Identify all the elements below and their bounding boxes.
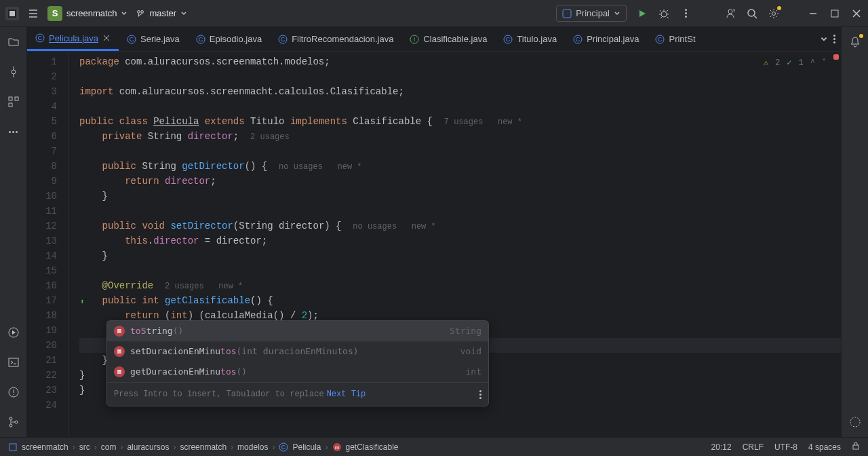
minimize-button[interactable] <box>807 7 819 20</box>
next-tip-link[interactable]: Next Tip <box>327 387 366 402</box>
svg-rect-11 <box>9 103 12 107</box>
tab-label: Episodio.java <box>210 34 262 44</box>
branch-name: master <box>149 8 176 18</box>
svg-point-8 <box>12 70 16 74</box>
project-badge: S <box>47 6 62 21</box>
completion-item[interactable]: m setDuracionEnMinutos(int duracionEnMin… <box>107 341 488 362</box>
tab-more-icon[interactable] <box>833 35 835 43</box>
chevron-down-icon[interactable] <box>820 35 828 43</box>
run-tool-icon[interactable] <box>7 326 20 339</box>
inspections-widget[interactable]: ⚠2 ✓1 ^˅ <box>764 56 826 71</box>
class-icon: C <box>196 35 205 44</box>
svg-text:C: C <box>576 36 580 43</box>
svg-text:C: C <box>281 36 285 43</box>
settings-icon[interactable] <box>768 7 780 20</box>
branch-icon <box>136 9 145 18</box>
svg-text:C: C <box>38 35 43 41</box>
editor-tabs: C Pelicula.java CSerie.java CEpisodio.ja… <box>27 27 841 52</box>
close-icon[interactable] <box>102 34 111 42</box>
tab-pelicula[interactable]: C Pelicula.java <box>27 27 119 51</box>
completion-popup: m toString() String m setDuracionEnMinut… <box>106 320 489 406</box>
ai-assistant-icon[interactable] <box>848 415 862 429</box>
close-button[interactable] <box>850 7 863 20</box>
cursor-position[interactable]: 20:12 <box>711 442 732 452</box>
tab-label: Principal.java <box>587 34 639 44</box>
project-tool-icon[interactable] <box>7 35 20 49</box>
svg-point-17 <box>15 421 18 423</box>
tab-episodio[interactable]: CEpisodio.java <box>188 27 270 51</box>
more-actions-button[interactable] <box>679 7 692 20</box>
code-editor[interactable]: ⚠2 ✓1 ^˅ package com.aluracursos.screenm… <box>68 52 841 437</box>
structure-tool-icon[interactable] <box>7 95 20 109</box>
tab-filtro[interactable]: CFiltroRecomendacion.java <box>270 27 401 51</box>
tab-label: FiltroRecomendacion.java <box>292 34 393 44</box>
completion-item[interactable]: m toString() String <box>107 321 488 341</box>
module-icon <box>8 442 18 452</box>
tab-label: Pelicula.java <box>49 33 98 43</box>
svg-text:C: C <box>506 36 511 43</box>
svg-rect-9 <box>9 97 12 100</box>
maximize-button[interactable] <box>829 7 841 20</box>
search-icon[interactable] <box>746 7 758 20</box>
class-icon: C <box>573 35 583 44</box>
right-sidebar <box>841 27 868 437</box>
svg-rect-40 <box>853 445 859 449</box>
left-sidebar <box>0 27 27 437</box>
class-icon: C <box>655 35 665 44</box>
chevron-down-icon <box>614 10 620 17</box>
indent[interactable]: 4 spaces <box>808 442 841 452</box>
svg-point-5 <box>748 10 755 16</box>
svg-text:I: I <box>414 36 416 43</box>
tab-label: Titulo.java <box>517 34 557 44</box>
project-name: screenmatch <box>66 8 117 18</box>
method-icon: m <box>114 346 125 357</box>
terminal-tool-icon[interactable] <box>7 356 20 369</box>
run-button[interactable] <box>636 7 648 20</box>
svg-rect-1 <box>9 11 15 16</box>
run-config-dropdown[interactable]: Principal <box>556 5 627 22</box>
svg-rect-2 <box>563 10 571 18</box>
svg-text:C: C <box>199 36 203 43</box>
tab-printst[interactable]: CPrintSt <box>647 27 703 51</box>
svg-point-15 <box>9 417 12 420</box>
svg-rect-10 <box>15 97 18 100</box>
project-dropdown[interactable]: S screenmatch <box>47 6 127 21</box>
svg-text:C: C <box>130 36 134 43</box>
readonly-icon[interactable] <box>852 442 860 452</box>
commit-tool-icon[interactable] <box>7 65 20 79</box>
run-config-name: Principal <box>576 8 610 18</box>
hamburger-icon[interactable] <box>27 7 39 20</box>
svg-point-34 <box>850 417 860 427</box>
tab-serie[interactable]: CSerie.java <box>119 27 188 51</box>
method-icon: m <box>114 326 125 337</box>
debug-button[interactable] <box>658 7 670 20</box>
class-icon: C <box>279 442 288 452</box>
popup-more-icon[interactable] <box>479 390 481 399</box>
svg-point-16 <box>9 424 12 427</box>
code-with-me-icon[interactable] <box>724 7 736 20</box>
class-icon: C <box>503 35 513 44</box>
more-tools-icon[interactable] <box>7 125 20 138</box>
status-bar: screenmatch› src› com› aluracursos› scre… <box>0 437 868 456</box>
notifications-icon[interactable] <box>848 35 862 49</box>
svg-rect-7 <box>831 10 838 17</box>
problems-tool-icon[interactable] <box>7 385 20 399</box>
app-logo <box>5 7 19 20</box>
encoding[interactable]: UTF-8 <box>774 442 797 452</box>
tab-titulo[interactable]: CTitulo.java <box>495 27 565 51</box>
class-icon: C <box>127 35 136 44</box>
tab-principal[interactable]: CPrincipal.java <box>565 27 647 51</box>
chevron-down-icon <box>121 10 127 17</box>
branch-dropdown[interactable]: master <box>136 8 187 18</box>
completion-item[interactable]: m getDuracionEnMinutos() int <box>107 362 488 382</box>
vcs-tool-icon[interactable] <box>7 415 20 429</box>
class-icon: C <box>278 35 288 44</box>
line-separator[interactable]: CRLF <box>743 442 764 452</box>
svg-point-3 <box>661 12 667 17</box>
breadcrumb[interactable]: screenmatch› src› com› aluracursos› scre… <box>8 442 399 452</box>
method-icon: m <box>332 442 342 452</box>
application-icon <box>562 9 572 18</box>
tab-clasificable[interactable]: IClasificable.java <box>401 27 495 51</box>
interface-icon: I <box>410 35 419 44</box>
chevron-down-icon <box>180 10 187 17</box>
